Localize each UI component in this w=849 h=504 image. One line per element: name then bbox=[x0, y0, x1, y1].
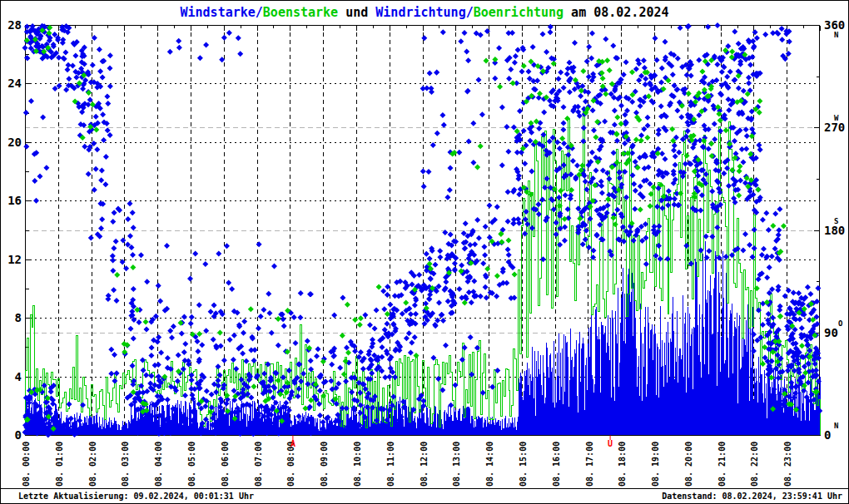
x-tick-label: 08. 20:00 bbox=[684, 442, 693, 487]
x-tick-label: 08. 16:00 bbox=[552, 442, 561, 487]
title-windrichtung: Windrichtung/ bbox=[375, 5, 473, 20]
x-tick-label: 08. 09:00 bbox=[320, 442, 329, 487]
chart-title: Windstarke/Boenstarke und Windrichtung/B… bbox=[0, 5, 849, 20]
x-tick-label: 08. 07:00 bbox=[254, 442, 263, 487]
y-left-tick-label: 24 bbox=[7, 77, 22, 90]
x-tick-label: 08. 18:00 bbox=[618, 442, 627, 487]
x-tick-label: 08. 14:00 bbox=[485, 442, 494, 487]
x-tick-label: 08. 02:00 bbox=[88, 442, 97, 487]
x-tick-label: 08. 00:00 bbox=[22, 442, 31, 487]
sun-annotation-label: A bbox=[290, 439, 295, 448]
y-left-tick-label: 20 bbox=[7, 136, 22, 149]
x-tick-label: 08. 15:00 bbox=[519, 442, 528, 487]
x-tick-label: 08. 11:00 bbox=[386, 442, 395, 487]
y-right-tick-label: 270 bbox=[824, 121, 845, 134]
last-update-text: Letzte Aktualisierung: 09.02.2024, 00:01… bbox=[18, 492, 254, 501]
x-tick-label: 08. 23:00 bbox=[783, 442, 792, 487]
y-left-tick-label: 28 bbox=[7, 18, 22, 32]
x-tick-label: 08. 12:00 bbox=[420, 442, 429, 487]
y-left-tick-label: 16 bbox=[7, 194, 22, 207]
y-left-tick-label: 12 bbox=[7, 253, 22, 266]
title-und: und bbox=[338, 5, 375, 20]
y-left-tick-label: 8 bbox=[15, 311, 22, 324]
y-right-tick-label: 90 bbox=[824, 326, 838, 339]
y-right-tick-label: 0 bbox=[824, 428, 831, 442]
title-boenstarke: Boenstarke bbox=[263, 5, 338, 20]
x-tick-label: 08. 22:00 bbox=[750, 442, 759, 487]
x-tick-label: 08. 06:00 bbox=[221, 442, 230, 487]
x-tick-label: 08. 21:00 bbox=[717, 442, 727, 487]
x-tick-label: 08. 17:00 bbox=[585, 442, 594, 487]
y-left-tick-label: 0 bbox=[15, 428, 22, 442]
x-tick-label: 08. 19:00 bbox=[651, 442, 660, 487]
weather-chart-page: 0481216202428090180270360NWSON08. 00:000… bbox=[0, 0, 849, 504]
cardinal-direction-label: W bbox=[834, 114, 839, 122]
x-tick-label: 08. 03:00 bbox=[121, 442, 130, 487]
cardinal-direction-label: O bbox=[838, 319, 843, 328]
cardinal-direction-label: N bbox=[834, 422, 838, 430]
x-tick-label: 08. 13:00 bbox=[452, 442, 461, 487]
x-tick-label: 08. 05:00 bbox=[187, 442, 196, 487]
sun-annotation-label: U bbox=[608, 439, 613, 448]
title-date: am 08.02.2024 bbox=[564, 5, 668, 20]
y-right-tick-label: 180 bbox=[824, 224, 845, 237]
y-left-tick-label: 4 bbox=[15, 370, 22, 383]
cardinal-direction-label: S bbox=[834, 217, 838, 225]
data-timestamp-text: Datenstand: 08.02.2024, 23:59:41 Uhr bbox=[662, 492, 842, 501]
title-boenrichtung: Boenrichtung bbox=[474, 5, 564, 20]
x-tick-label: 08. 04:00 bbox=[154, 442, 163, 487]
x-tick-label: 08. 01:00 bbox=[55, 442, 64, 487]
wind-chart-canvas: 0481216202428090180270360NWSON08. 00:000… bbox=[0, 0, 849, 504]
title-windstarke: Windstarke/ bbox=[180, 5, 262, 20]
cardinal-direction-label: N bbox=[834, 31, 838, 39]
x-tick-label: 08. 10:00 bbox=[353, 442, 362, 487]
y-right-tick-label: 360 bbox=[824, 18, 845, 32]
